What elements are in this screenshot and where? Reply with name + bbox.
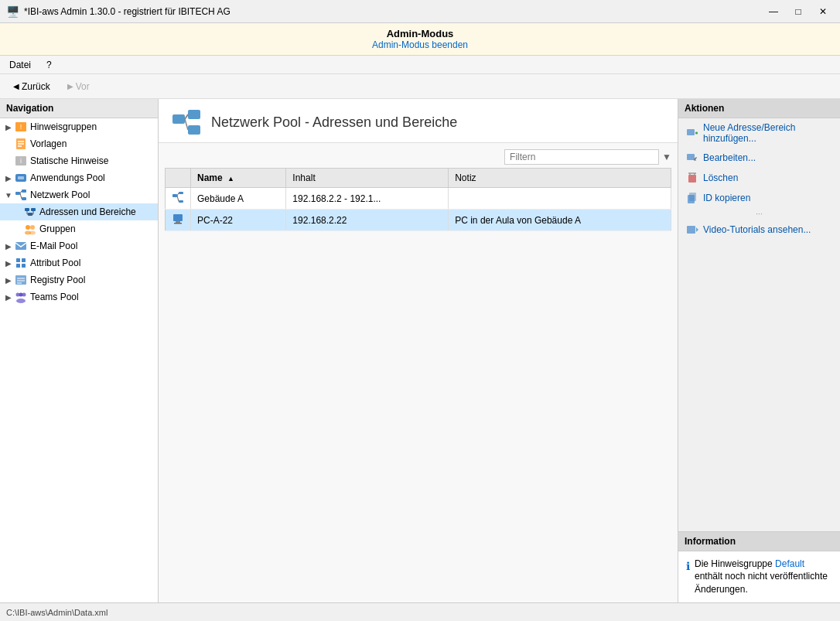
action-new-address[interactable]: Neue Adresse/Bereich hinzufügen... — [678, 118, 840, 148]
vorlagen-label: Vorlagen — [30, 138, 67, 149]
col-name[interactable]: Name ▲ — [191, 169, 286, 188]
filter-input[interactable] — [504, 149, 659, 165]
vorlagen-icon — [14, 138, 28, 150]
sidebar-item-netzwerk-pool[interactable]: ▼ Netzwerk Pool — [0, 186, 158, 203]
svg-line-43 — [185, 119, 188, 130]
table-row[interactable]: PC-A-22 192.168.2.22 PC in der Aula von … — [166, 210, 671, 231]
svg-rect-47 — [179, 200, 183, 203]
sidebar: Navigation ▶ ! Hinweisgruppen Vorlagen i… — [0, 99, 159, 602]
sort-arrow: ▲ — [227, 175, 234, 183]
statische-hinweise-icon: i — [14, 155, 28, 167]
info-icon: ℹ — [686, 558, 690, 596]
menu-datei[interactable]: Datei — [6, 58, 34, 72]
svg-rect-40 — [188, 110, 200, 119]
copy-id-icon — [686, 192, 698, 204]
row-name: PC-A-22 — [191, 210, 286, 231]
back-label: Zurück — [22, 81, 50, 92]
svg-rect-39 — [172, 114, 185, 124]
maximize-button[interactable]: □ — [787, 4, 809, 19]
info-text: Die Hinweisgruppe Default enthält noch n… — [695, 558, 832, 596]
svg-line-49 — [177, 196, 179, 202]
gruppen-icon — [23, 223, 37, 235]
page-title: Netzwerk Pool - Adressen und Bereiche — [211, 114, 457, 131]
info-content: ℹ Die Hinweisgruppe Default enthält noch… — [678, 551, 840, 602]
netzwerk-pool-icon — [14, 189, 28, 201]
svg-text:i: i — [20, 157, 22, 165]
svg-rect-46 — [179, 192, 183, 194]
hinweisgruppen-icon: ! — [14, 121, 28, 133]
filter-bar: ▼ — [165, 149, 671, 165]
sidebar-item-email-pool[interactable]: ▶ E-Mail Pool — [0, 237, 158, 254]
table-row[interactable]: Gebäude A 192.168.2.2 - 192.1... — [166, 188, 671, 210]
row-network-icon — [172, 191, 184, 203]
table-area: ▼ Name ▲ Inhalt Notiz — [159, 143, 678, 602]
col-notiz[interactable]: Notiz — [449, 169, 671, 188]
attribut-pool-label: Attribut Pool — [30, 258, 80, 268]
svg-rect-30 — [22, 264, 26, 268]
adressen-icon — [23, 206, 37, 218]
new-address-icon — [686, 127, 698, 139]
info-default-link[interactable]: Default — [775, 558, 804, 569]
svg-rect-63 — [688, 195, 695, 203]
teams-pool-label: Teams Pool — [30, 292, 79, 302]
sidebar-item-gruppen[interactable]: Gruppen — [0, 220, 158, 237]
admin-mode-exit-link[interactable]: Admin-Modus beenden — [372, 39, 468, 50]
teams-pool-icon — [14, 291, 28, 303]
table-header-row: Name ▲ Inhalt Notiz — [166, 169, 671, 188]
expand-icon: ▶ — [3, 174, 14, 183]
anwendungs-pool-icon — [14, 172, 28, 184]
svg-point-22 — [26, 225, 30, 230]
video-tutorials-label: Video-Tutorials ansehen... — [703, 224, 811, 235]
row-icon-cell — [166, 210, 191, 231]
sidebar-item-hinweisgruppen[interactable]: ▶ ! Hinweisgruppen — [0, 118, 158, 135]
info-section: Information ℹ Die Hinweisgruppe Default … — [678, 531, 840, 602]
col-inhalt[interactable]: Inhalt — [286, 169, 449, 188]
svg-rect-52 — [174, 223, 182, 224]
minimize-button[interactable]: — — [763, 4, 784, 19]
main-layout: Navigation ▶ ! Hinweisgruppen Vorlagen i… — [0, 99, 840, 602]
svg-rect-15 — [25, 208, 29, 211]
edit-label: Bearbeiten... — [703, 152, 756, 163]
svg-point-37 — [19, 293, 23, 297]
sidebar-item-vorlagen[interactable]: Vorlagen — [0, 135, 158, 152]
svg-rect-58 — [688, 175, 696, 183]
forward-button[interactable]: ▶ Vor — [60, 79, 97, 94]
col-icon[interactable] — [166, 169, 191, 188]
expand-icon: ▶ — [3, 276, 14, 285]
toolbar: ◀ Zurück ▶ Vor — [0, 74, 840, 99]
adressen-bereiche-label: Adressen und Bereiche — [39, 206, 136, 217]
netzwerk-pool-label: Netzwerk Pool — [30, 189, 90, 200]
delete-icon — [686, 172, 698, 184]
expand-icon: ▼ — [3, 191, 14, 200]
sidebar-item-adressen-bereiche[interactable]: Adressen und Bereiche — [0, 203, 158, 220]
action-video-tutorials[interactable]: Video-Tutorials ansehen... — [678, 220, 840, 240]
action-delete[interactable]: Löschen — [678, 168, 840, 188]
sidebar-item-registry-pool[interactable]: ▶ Registry Pool — [0, 271, 158, 288]
sidebar-item-statische-hinweise[interactable]: i Statische Hinweise — [0, 152, 158, 169]
row-inhalt: 192.168.2.2 - 192.1... — [286, 188, 449, 210]
actions-section: Aktionen Neue Adresse/Bereich hinzufügen… — [678, 99, 840, 531]
svg-rect-27 — [16, 258, 20, 262]
svg-marker-65 — [696, 227, 698, 232]
attribut-pool-icon — [14, 257, 28, 269]
action-copy-id[interactable]: ID kopieren — [678, 188, 840, 208]
hinweisgruppen-label: Hinweisgruppen — [30, 121, 97, 132]
page-header-icon — [171, 108, 202, 136]
registry-pool-icon — [14, 274, 28, 286]
svg-line-14 — [20, 193, 22, 199]
sidebar-item-teams-pool[interactable]: ▶ Teams Pool — [0, 288, 158, 305]
svg-rect-64 — [687, 226, 695, 234]
sidebar-item-attribut-pool[interactable]: ▶ Attribut Pool — [0, 254, 158, 271]
action-edit[interactable]: Bearbeiten... — [678, 148, 840, 168]
email-pool-icon — [14, 240, 28, 252]
close-button[interactable]: ✕ — [812, 4, 834, 19]
admin-banner: Admin-Modus Admin-Modus beenden — [0, 23, 840, 56]
row-notiz: PC in der Aula von Gebäude A — [449, 210, 671, 231]
menu-help[interactable]: ? — [43, 58, 55, 72]
menu-bar: Datei ? — [0, 56, 840, 74]
expand-icon: ▶ — [3, 259, 14, 268]
sidebar-item-anwendungs-pool[interactable]: ▶ Anwendungs Pool — [0, 169, 158, 186]
back-button[interactable]: ◀ Zurück — [6, 79, 57, 94]
svg-text:!: ! — [20, 123, 22, 131]
content-area: Netzwerk Pool - Adressen und Bereiche ▼ … — [159, 99, 678, 602]
